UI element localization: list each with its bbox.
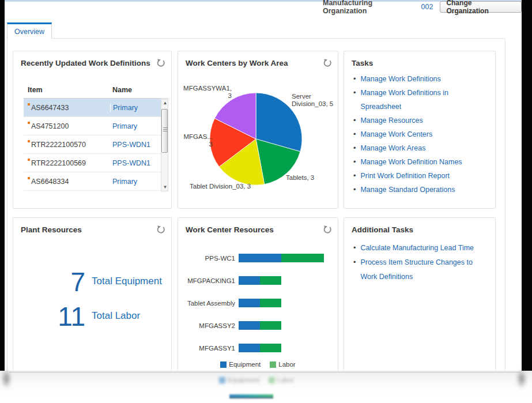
bar-row: MFGASSY1 [184, 337, 334, 359]
window-edge-right [522, 0, 532, 372]
bar-segment-equipment[interactable] [239, 321, 260, 330]
panel-work-centers-by-work-area: Work Centers by Work Area Server Divisio… [178, 51, 338, 209]
bullet-icon: • [353, 241, 356, 255]
bar-row: MFGPACKING1 [184, 269, 334, 292]
table-row[interactable]: AS4751200Primary [24, 117, 161, 135]
panel-additional-tasks: Additional Tasks •Calculate Manufacturin… [344, 217, 496, 372]
refresh-icon[interactable] [156, 224, 166, 235]
additional-task-link[interactable]: Calculate Manufacturing Lead Time [360, 241, 474, 255]
legend-item: Equipment [219, 376, 259, 383]
list-item: •Manage Work Definition Names [353, 155, 491, 169]
metric-value: 11 [13, 303, 85, 330]
item-cell: AS4751200 [24, 122, 110, 130]
legend-swatch-icon [219, 377, 225, 383]
bar-segment-labor[interactable] [260, 276, 281, 285]
bar-segment-labor[interactable] [260, 344, 281, 352]
bullet-icon: • [353, 127, 356, 141]
task-link[interactable]: Manage Work Definition Names [360, 155, 462, 169]
task-link[interactable]: Manage Work Definitions [360, 72, 440, 86]
legend-label: Equipment [228, 376, 259, 383]
task-link[interactable]: Manage Standard Operations [360, 183, 455, 197]
bar-segment-equipment[interactable] [239, 299, 260, 307]
changed-marker-icon [28, 177, 30, 179]
bar-segment-equipment[interactable] [239, 276, 260, 285]
window-edge-left [0, 0, 5, 372]
legend-swatch-icon [220, 361, 227, 368]
name-cell: PPS-WDN1 [110, 141, 161, 149]
bar-track [239, 276, 281, 285]
item-cell: AS6648334 [24, 177, 110, 186]
metric-value: 7 [13, 269, 85, 295]
bar-track [239, 299, 281, 307]
task-link[interactable]: Manage Work Areas [360, 141, 425, 155]
list-item: •Manage Work Definitions in Spreadsheet [353, 86, 491, 114]
column-header-name: Name [110, 86, 161, 94]
bar-row: MFGASSY2 [184, 314, 334, 337]
panel-title: Tasks [352, 59, 373, 67]
work-definition-link[interactable]: PPS-WDN1 [112, 141, 150, 149]
item-text: AS6648334 [31, 178, 69, 186]
list-item: •Manage Standard Operations [353, 183, 491, 197]
work-definition-link[interactable]: PPS-WDN1 [112, 159, 150, 167]
vertical-scroll-thumb[interactable] [161, 109, 168, 153]
bar-row: Tablet Assembly [184, 292, 334, 314]
refresh-icon[interactable] [322, 224, 333, 235]
bar-category-label: Tablet Assembly [184, 300, 235, 307]
bullet-icon: • [353, 183, 356, 197]
table-row[interactable]: RTR2222100570PPS-WDN1 [24, 135, 161, 154]
scroll-down-icon[interactable]: ▼ [161, 184, 169, 191]
pie-label: MFGAS... 3 [182, 133, 213, 148]
bullet-icon: • [353, 169, 356, 183]
work-definition-link[interactable]: Primary [113, 104, 138, 112]
bar-segment-labor[interactable] [260, 321, 281, 330]
bullet-icon: • [353, 155, 356, 169]
table-row[interactable]: RTR2222100569PPS-WDN1 [24, 154, 161, 172]
bar-segment-labor[interactable] [281, 254, 324, 262]
work-definition-link[interactable]: Primary [112, 178, 137, 186]
work-definition-link[interactable]: Primary [112, 122, 137, 130]
bullet-icon: • [353, 255, 356, 284]
scroll-up-icon[interactable]: ▲ [161, 100, 169, 107]
legend-item: Equipment [220, 361, 261, 368]
refresh-icon[interactable] [156, 58, 166, 68]
panel-title: Recently Updated Work Definitions [21, 59, 150, 67]
task-link[interactable]: Manage Resources [360, 114, 422, 127]
table-row[interactable]: AS6647433Primary [24, 99, 161, 117]
panel-title: Plant Resources [21, 225, 82, 234]
tab-overview[interactable]: Overview [7, 22, 52, 39]
change-organization-button[interactable]: Change Organization [440, 1, 522, 13]
item-cell: RTR2222100570 [24, 140, 110, 149]
legend-item: Labor [269, 376, 294, 383]
name-cell: Primary [110, 122, 161, 130]
org-value[interactable]: 002 [421, 3, 433, 11]
list-item: •Calculate Manufacturing Lead Time [353, 241, 485, 255]
legend-label: Labor [278, 361, 295, 368]
legend-swatch-icon [269, 377, 275, 383]
metric-label: Total Equipment [92, 276, 162, 287]
legend-reflection: EquipmentLabor [219, 376, 294, 383]
bar-category-label: MFGASSY2 [184, 322, 235, 329]
bar-segment-labor[interactable] [260, 299, 281, 307]
panel-recent-work-definitions: Recently Updated Work Definitions Item N… [13, 51, 172, 209]
bar-category-label: MFGPACKING1 [184, 277, 235, 284]
panel-work-center-resources: Work Center Resources PPS-WC1MFGPACKING1… [178, 217, 338, 372]
panel-title: Work Center Resources [186, 225, 274, 234]
column-header-item: Item [24, 86, 110, 94]
bar-segment-equipment[interactable] [239, 254, 281, 262]
table-vertical-scrollbar[interactable]: ▲ ▼ [161, 99, 168, 191]
list-item: •Manage Resources [353, 114, 491, 127]
legend-item: Labor [270, 361, 295, 368]
refresh-icon[interactable] [322, 58, 333, 68]
task-link[interactable]: Manage Work Definitions in Spreadsheet [360, 86, 491, 114]
bar-chart-legend: EquipmentLabor [178, 361, 338, 368]
changed-marker-icon [28, 122, 30, 124]
task-link[interactable]: Manage Work Centers [360, 127, 432, 141]
bullet-icon: • [353, 72, 356, 86]
table-row[interactable]: AS6648334Primary [24, 172, 161, 191]
bullet-icon: • [353, 86, 356, 114]
task-link[interactable]: Print Work Definition Report [360, 169, 450, 183]
bar-segment-equipment[interactable] [239, 344, 260, 352]
item-cell: RTR2222100569 [24, 159, 110, 167]
work-definitions-table: Item Name AS6647433PrimaryAS4751200Prima… [24, 81, 168, 191]
additional-task-link[interactable]: Process Item Structure Changes to Work D… [360, 255, 485, 284]
